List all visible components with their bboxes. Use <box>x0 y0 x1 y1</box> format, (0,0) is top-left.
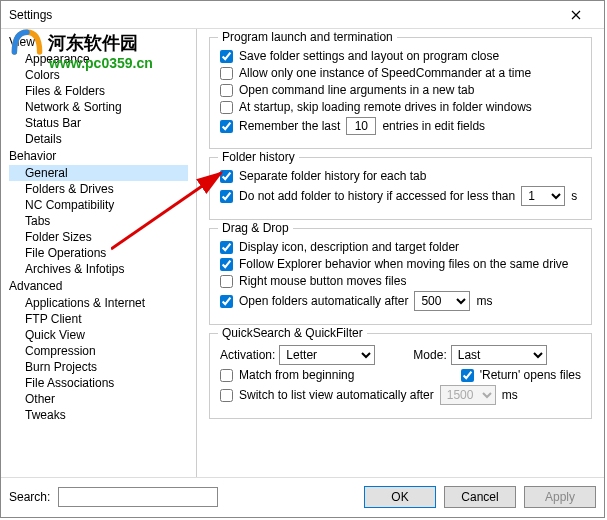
apply-button[interactable]: Apply <box>524 486 596 508</box>
lbl-noadd-a: Do not add folder to history if accessed… <box>239 189 515 203</box>
select-open-auto-ms[interactable]: 500 <box>414 291 470 311</box>
lbl-activation: Activation: <box>220 348 275 362</box>
lbl-switch-list-a: Switch to list view automatically after <box>239 388 434 402</box>
ok-button[interactable]: OK <box>364 486 436 508</box>
chk-display-icon[interactable] <box>220 241 233 254</box>
close-button[interactable] <box>556 5 596 25</box>
chk-skip-remote[interactable] <box>220 101 233 114</box>
lbl-match-begin: Match from beginning <box>239 368 354 382</box>
tree-item-tweaks[interactable]: Tweaks <box>9 407 188 423</box>
lbl-right-mouse: Right mouse button moves files <box>239 274 406 288</box>
select-mode[interactable]: Last <box>451 345 547 365</box>
tree-item-folders-drives[interactable]: Folders & Drives <box>9 181 188 197</box>
tree-item-tabs[interactable]: Tabs <box>9 213 188 229</box>
tree-item-file-associations[interactable]: File Associations <box>9 375 188 391</box>
tree-item-file-operations[interactable]: File Operations <box>9 245 188 261</box>
lbl-switch-list-b: ms <box>502 388 518 402</box>
group-dragdrop-legend: Drag & Drop <box>218 221 293 235</box>
search-label: Search: <box>9 490 50 504</box>
lbl-follow-explorer: Follow Explorer behavior when moving fil… <box>239 257 569 271</box>
chk-save-folder[interactable] <box>220 50 233 63</box>
lbl-skip-remote: At startup, skip loading remote drives i… <box>239 100 532 114</box>
tree-item-other[interactable]: Other <box>9 391 188 407</box>
search-input[interactable] <box>58 487 218 507</box>
lbl-save-folder: Save folder settings and layout on progr… <box>239 49 499 63</box>
lbl-only-one: Allow only one instance of SpeedCommande… <box>239 66 531 80</box>
chk-follow-explorer[interactable] <box>220 258 233 271</box>
lbl-open-auto-a: Open folders automatically after <box>239 294 408 308</box>
input-remember-count[interactable] <box>346 117 376 135</box>
group-history-legend: Folder history <box>218 150 299 164</box>
chk-noadd-history[interactable] <box>220 190 233 203</box>
tree-item-folder-sizes[interactable]: Folder Sizes <box>9 229 188 245</box>
group-history: Folder history Separate folder history f… <box>209 157 592 220</box>
chk-separate-history[interactable] <box>220 170 233 183</box>
chk-return-opens[interactable] <box>461 369 474 382</box>
lbl-mode: Mode: <box>413 348 446 362</box>
tree-item-nc-compatibility[interactable]: NC Compatibility <box>9 197 188 213</box>
tree-item-files-folders[interactable]: Files & Folders <box>9 83 188 99</box>
tree-item-ftp-client[interactable]: FTP Client <box>9 311 188 327</box>
close-icon <box>571 10 581 20</box>
tree-item-network-sorting[interactable]: Network & Sorting <box>9 99 188 115</box>
chk-switch-list[interactable] <box>220 389 233 402</box>
lbl-return-opens: 'Return' opens files <box>480 368 581 382</box>
lbl-open-auto-b: ms <box>476 294 492 308</box>
chk-cmd-args[interactable] <box>220 84 233 97</box>
chk-open-auto[interactable] <box>220 295 233 308</box>
window-title: Settings <box>9 8 52 22</box>
group-quicksearch-legend: QuickSearch & QuickFilter <box>218 326 367 340</box>
tree-cat-advanced[interactable]: Advanced <box>9 277 188 295</box>
tree-item-archives-infotips[interactable]: Archives & Infotips <box>9 261 188 277</box>
tree-item-status-bar[interactable]: Status Bar <box>9 115 188 131</box>
tree-cat-behavior[interactable]: Behavior <box>9 147 188 165</box>
tree-item-burn-projects[interactable]: Burn Projects <box>9 359 188 375</box>
tree-item-quick-view[interactable]: Quick View <box>9 327 188 343</box>
tree-cat-view[interactable]: View <box>9 33 188 51</box>
select-noadd-seconds[interactable]: 1 <box>521 186 565 206</box>
settings-tree: View Appearance Colors Files & Folders N… <box>1 29 197 477</box>
chk-remember-last[interactable] <box>220 120 233 133</box>
lbl-remember-a: Remember the last <box>239 119 340 133</box>
tree-item-appearance[interactable]: Appearance <box>9 51 188 67</box>
lbl-noadd-b: s <box>571 189 577 203</box>
tree-item-details[interactable]: Details <box>9 131 188 147</box>
select-activation[interactable]: Letter <box>279 345 375 365</box>
tree-item-general[interactable]: General <box>9 165 188 181</box>
chk-match-begin[interactable] <box>220 369 233 382</box>
group-dragdrop: Drag & Drop Display icon, description an… <box>209 228 592 325</box>
select-switch-list-ms: 1500 <box>440 385 496 405</box>
group-launch-legend: Program launch and termination <box>218 30 397 44</box>
group-quicksearch: QuickSearch & QuickFilter Activation: Le… <box>209 333 592 419</box>
chk-right-mouse[interactable] <box>220 275 233 288</box>
chk-only-one[interactable] <box>220 67 233 80</box>
lbl-separate-history: Separate folder history for each tab <box>239 169 426 183</box>
tree-item-colors[interactable]: Colors <box>9 67 188 83</box>
group-launch: Program launch and termination Save fold… <box>209 37 592 149</box>
tree-item-applications-internet[interactable]: Applications & Internet <box>9 295 188 311</box>
tree-item-compression[interactable]: Compression <box>9 343 188 359</box>
lbl-remember-b: entries in edit fields <box>382 119 485 133</box>
cancel-button[interactable]: Cancel <box>444 486 516 508</box>
lbl-display-icon: Display icon, description and target fol… <box>239 240 459 254</box>
lbl-cmd-args: Open command line arguments in a new tab <box>239 83 474 97</box>
